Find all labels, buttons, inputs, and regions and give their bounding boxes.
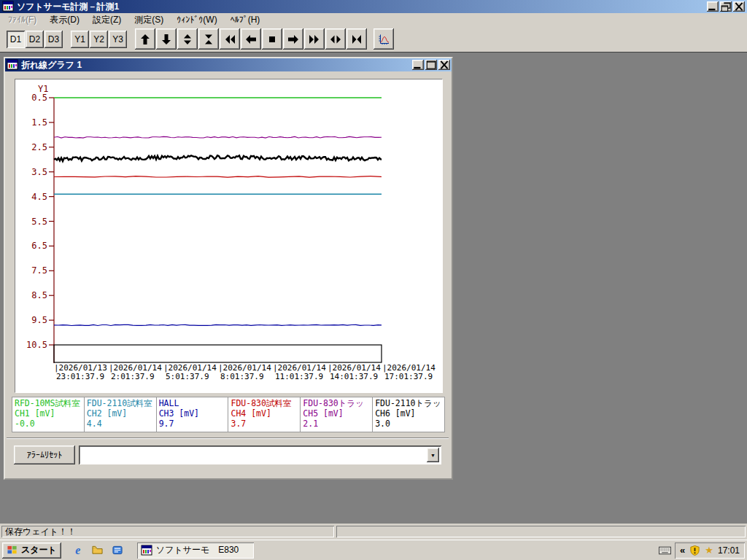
menu-item-file[interactable]: ﾌｧｲﾙ(F) xyxy=(1,14,43,26)
series-line-ch6 xyxy=(54,155,382,161)
series-line-ch5 xyxy=(54,136,382,138)
expand-vertical-button[interactable] xyxy=(177,28,198,50)
graph-close-button[interactable] xyxy=(438,60,450,70)
menu-item-window[interactable]: ｳｨﾝﾄﾞｳ(W) xyxy=(170,14,223,26)
svg-text:5:01:37.9: 5:01:37.9 xyxy=(166,372,209,381)
legend-device-name: FDU-830試料室 xyxy=(231,398,298,408)
svg-text:1.5: 1.5 xyxy=(31,117,47,128)
toolbar-button-d1[interactable]: D1 xyxy=(7,31,25,48)
legend-channel-value: 3.0 xyxy=(375,419,442,429)
menu-item-help[interactable]: ﾍﾙﾌﾟ(H) xyxy=(224,14,267,26)
application-window: ソフトサーモ計測－計測1 ﾌｧｲﾙ(F)表示(D)設定(Z)測定(S)ｳｨﾝﾄﾞ… xyxy=(0,0,747,560)
quick-launch: e xyxy=(70,542,125,559)
down-arrow-icon xyxy=(160,34,172,45)
alarm-reset-button[interactable]: ｱﾗｰﾑﾘｾｯﾄ xyxy=(14,446,75,464)
taskbar-clock: 17:01 xyxy=(718,545,740,556)
legend-cell-ch2: FDU-2110試料室CH2 [mV]4.4 xyxy=(85,397,156,432)
collapse-horizontal-button[interactable] xyxy=(347,28,367,50)
svg-text:11:01:37.9: 11:01:37.9 xyxy=(275,372,323,381)
graph-window-icon xyxy=(7,59,18,71)
close-icon xyxy=(438,59,450,71)
toolbar-button-y2[interactable]: Y2 xyxy=(90,31,108,48)
security-shield-icon[interactable] xyxy=(689,545,700,556)
desktop-folder-icon[interactable] xyxy=(90,542,106,559)
expand-horizontal-icon xyxy=(330,34,341,45)
legend-channel-label: CH5 [mV] xyxy=(303,408,370,419)
legend-cell-ch5: FDU-830トラッCH5 [mV]2.1 xyxy=(301,397,372,432)
legend-device-name: FDU-2110試料室 xyxy=(87,398,154,408)
minimize-icon xyxy=(707,1,719,12)
combobox-dropdown-button[interactable]: ▼ xyxy=(427,448,439,462)
start-label: スタート xyxy=(21,544,57,556)
scroll-down-button[interactable] xyxy=(156,28,177,50)
graph-maximize-button[interactable] xyxy=(425,60,437,70)
legend-channel-value: 2.1 xyxy=(303,419,370,429)
legend-channel-value: -0.0 xyxy=(15,419,82,429)
chart-icon xyxy=(378,34,390,45)
close-button[interactable] xyxy=(733,1,745,12)
menu-item-measure[interactable]: 測定(S) xyxy=(128,13,170,27)
channel-legend: RFD-10MS試料室CH1 [mV]-0.0FDU-2110試料室CH2 [m… xyxy=(12,397,445,432)
toolbar-button-y1[interactable]: Y1 xyxy=(71,31,89,48)
line-chart: Y10.51.52.53.54.55.56.57.58.59.510.5|202… xyxy=(15,79,442,392)
legend-channel-value: 3.7 xyxy=(231,419,298,429)
main-titlebar[interactable]: ソフトサーモ計測－計測1 xyxy=(0,0,747,13)
internet-explorer-icon[interactable]: e xyxy=(70,542,86,559)
toolbar-button-y3[interactable]: Y3 xyxy=(109,31,127,48)
svg-text:17:01:37.9: 17:01:37.9 xyxy=(384,372,433,381)
collapse-vertical-icon xyxy=(203,34,214,45)
restore-button[interactable] xyxy=(720,1,732,12)
tray-chevron-icon[interactable]: « xyxy=(680,545,685,556)
scroll-left-button[interactable] xyxy=(241,28,261,50)
alarm-combobox[interactable]: ▼ xyxy=(79,446,441,464)
keyboard-icon[interactable] xyxy=(659,545,671,556)
task-button-softthermo[interactable]: ソフトサーモ E830 xyxy=(137,542,254,559)
app-icon xyxy=(141,545,152,556)
chart-panel: Y10.51.52.53.54.55.56.57.58.59.510.5|202… xyxy=(15,79,443,393)
collapse-vertical-button[interactable] xyxy=(198,28,219,50)
tray-star-icon[interactable]: ★ xyxy=(705,545,713,556)
start-button[interactable]: スタート xyxy=(2,542,61,559)
graph-minimize-button[interactable] xyxy=(412,60,424,70)
status-message: 保存ウェイト！！ xyxy=(1,526,334,537)
restore-icon xyxy=(720,1,732,12)
svg-text:23:01:37.9: 23:01:37.9 xyxy=(56,372,104,381)
scroll-right-button[interactable] xyxy=(283,28,303,50)
legend-channel-label: CH3 [mV] xyxy=(159,408,226,419)
menu-bar: ﾌｧｲﾙ(F)表示(D)設定(Z)測定(S)ｳｨﾝﾄﾞｳ(W)ﾍﾙﾌﾟ(H) xyxy=(0,13,747,26)
legend-channel-label: CH6 [mV] xyxy=(375,408,442,419)
alarm-combobox-value[interactable] xyxy=(79,446,427,464)
scroll-up-button[interactable] xyxy=(135,28,155,50)
svg-text:3.5: 3.5 xyxy=(31,167,47,177)
toolbar-button-d3[interactable]: D3 xyxy=(44,31,63,48)
svg-text:7.5: 7.5 xyxy=(31,265,47,276)
legend-channel-label: CH1 [mV] xyxy=(15,408,82,419)
legend-channel-value: 9.7 xyxy=(159,419,226,429)
legend-channel-value: 4.4 xyxy=(87,419,154,429)
menu-item-settings[interactable]: 設定(Z) xyxy=(86,13,128,27)
fast-forward-button[interactable] xyxy=(304,28,325,50)
menu-item-view[interactable]: 表示(D) xyxy=(43,13,86,27)
expand-horizontal-button[interactable] xyxy=(325,28,346,50)
graph-window-titlebar[interactable]: 折れ線グラフ 1 xyxy=(5,58,452,71)
legend-channel-label: CH4 [mV] xyxy=(231,408,298,419)
stop-button[interactable] xyxy=(262,28,282,50)
status-bar: 保存ウェイト！！ xyxy=(0,524,747,540)
toolbar-button-d2[interactable]: D2 xyxy=(26,31,44,48)
svg-text:14:01:37.9: 14:01:37.9 xyxy=(330,372,378,381)
svg-text:8.5: 8.5 xyxy=(31,290,47,300)
right-arrow-icon xyxy=(287,34,299,45)
fast-rewind-button[interactable] xyxy=(220,28,240,50)
svg-text:10.5: 10.5 xyxy=(26,340,47,350)
legend-channel-label: CH2 [mV] xyxy=(87,408,154,419)
outlook-express-icon[interactable] xyxy=(109,542,125,559)
legend-device-name: FDU-830トラッ xyxy=(303,398,370,408)
toolbar: D1D2D3 Y1Y2Y3 xyxy=(0,26,747,52)
minimize-button[interactable] xyxy=(707,1,719,12)
mdi-area: 折れ線グラフ 1 Y10.51.52.53.54.55.56.57.58.59.… xyxy=(0,52,747,524)
svg-text:0.5: 0.5 xyxy=(31,93,47,103)
legend-device-name: RFD-10MS試料室 xyxy=(15,398,82,408)
dropdown-arrow-icon: ▼ xyxy=(430,453,436,458)
graph-settings-button[interactable] xyxy=(374,28,394,50)
expand-vertical-icon xyxy=(182,34,193,45)
